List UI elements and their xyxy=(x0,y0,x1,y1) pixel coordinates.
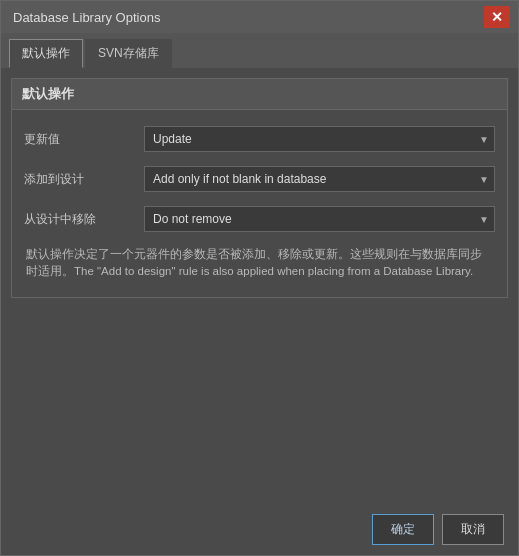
dialog: Database Library Options ✕ 默认操作 SVN存储库 默… xyxy=(0,0,519,556)
update-value-wrapper: Update Do not update Ask ▼ xyxy=(144,126,495,152)
close-button[interactable]: ✕ xyxy=(484,6,510,28)
section-header: 默认操作 xyxy=(12,79,507,110)
dialog-title: Database Library Options xyxy=(13,10,160,25)
cancel-button[interactable]: 取消 xyxy=(442,514,504,545)
default-action-section: 默认操作 更新值 Update Do not update Ask ▼ xyxy=(11,78,508,298)
title-bar: Database Library Options ✕ xyxy=(1,1,518,33)
tab-bar: 默认操作 SVN存储库 xyxy=(1,33,518,68)
footer: 确定 取消 xyxy=(1,504,518,555)
update-value-row: 更新值 Update Do not update Ask ▼ xyxy=(24,126,495,152)
add-to-design-row: 添加到设计 Add only if not blank in database … xyxy=(24,166,495,192)
section-body: 更新值 Update Do not update Ask ▼ 添加到设计 xyxy=(12,110,507,297)
confirm-button[interactable]: 确定 xyxy=(372,514,434,545)
tab-svn[interactable]: SVN存储库 xyxy=(85,39,172,68)
info-text: 默认操作决定了一个元器件的参数是否被添加、移除或更新。这些规则在与数据库同步时适… xyxy=(24,246,495,281)
remove-from-design-select[interactable]: Do not remove Remove Ask xyxy=(144,206,495,232)
remove-from-design-wrapper: Do not remove Remove Ask ▼ xyxy=(144,206,495,232)
remove-from-design-label: 从设计中移除 xyxy=(24,211,144,228)
add-to-design-select[interactable]: Add only if not blank in database Always… xyxy=(144,166,495,192)
add-to-design-label: 添加到设计 xyxy=(24,171,144,188)
add-to-design-wrapper: Add only if not blank in database Always… xyxy=(144,166,495,192)
update-value-select[interactable]: Update Do not update Ask xyxy=(144,126,495,152)
update-value-label: 更新值 xyxy=(24,131,144,148)
tab-default-action[interactable]: 默认操作 xyxy=(9,39,83,68)
remove-from-design-row: 从设计中移除 Do not remove Remove Ask ▼ xyxy=(24,206,495,232)
content-area: 默认操作 更新值 Update Do not update Ask ▼ xyxy=(1,68,518,504)
